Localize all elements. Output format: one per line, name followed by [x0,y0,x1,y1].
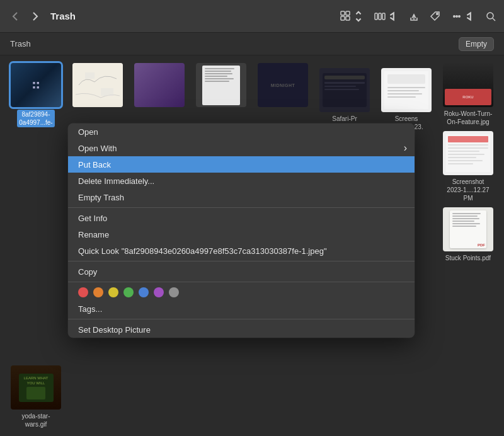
svg-rect-31 [448,144,488,146]
svg-rect-30 [448,136,488,142]
breadcrumb-label: Trash [10,39,459,49]
svg-point-11 [459,15,460,16]
file-item-roku[interactable]: ROKU Roku-Wont-Turn-On-Feature.jpg [440,63,496,126]
file-label-roku: Roku-Wont-Turn-On-Feature.jpg [444,110,493,126]
file-item-screenshot2[interactable]: Screenshot2023-1....12.27 PM [440,131,496,202]
file-thumb-doc1 [196,63,246,107]
svg-point-9 [454,15,455,16]
svg-rect-27 [387,93,422,95]
color-dot-red[interactable] [78,287,88,297]
file-item-safari[interactable]: Safari-PrCreate-Ma [316,68,373,131]
context-menu-tags[interactable]: Tags... [68,301,415,317]
file-thumb-map [72,63,123,107]
svg-rect-2 [341,16,345,20]
svg-rect-34 [448,154,484,155]
color-dot-blue[interactable] [139,287,149,297]
search-icon[interactable] [485,11,496,22]
svg-point-12 [487,13,493,19]
svg-rect-5 [379,13,381,20]
file-item-map[interactable] [69,63,126,131]
forward-button[interactable] [28,9,43,24]
svg-point-8 [437,13,438,14]
file-item-pdf[interactable]: PDF Stuck Points.pdf [440,207,496,262]
context-menu-open-with[interactable]: Open With [68,140,415,156]
svg-rect-22 [324,89,359,90]
context-menu-copy[interactable]: Copy [68,263,415,280]
svg-rect-28 [387,96,416,98]
file-item-yoda[interactable]: LEARN WHATYOU WILL yoda-star-wars.gif [8,365,64,428]
context-menu-empty-trash[interactable]: Empty Trash [68,189,415,205]
svg-rect-26 [387,90,419,91]
file-item-purple[interactable] [131,63,188,131]
file-thumb-purple [134,63,185,107]
empty-trash-button[interactable]: Empty [459,37,494,51]
context-menu-put-back[interactable]: Put Back [68,156,415,173]
svg-rect-15 [85,72,94,79]
svg-rect-21 [324,86,356,87]
file-thumb-pdf: PDF [443,207,493,251]
svg-rect-16 [101,88,113,96]
breadcrumb-bar: Trash Empty [0,33,504,55]
content-area: ■ ■■ ■ 8af29894-0a4997...fe- [0,55,504,436]
more-icon[interactable] [451,11,475,22]
right-files-panel: ROKU Roku-Wont-Turn-On-Feature.jpg [440,63,496,262]
menu-separator-3 [68,282,415,282]
window-title: Trash [50,11,335,21]
color-dot-purple[interactable] [154,287,164,297]
svg-rect-36 [448,160,483,161]
svg-rect-4 [375,13,377,20]
file-thumb-yoda: LEARN WHATYOU WILL [11,365,61,410]
color-dot-orange[interactable] [93,287,103,297]
color-dot-yellow[interactable] [108,287,118,297]
file-label-pdf: Stuck Points.pdf [445,254,491,262]
context-menu-open[interactable]: Open [68,123,415,140]
svg-rect-3 [346,16,350,20]
svg-rect-6 [382,13,385,20]
context-menu-delete-immediately[interactable]: Delete Immediately... [68,173,415,189]
svg-rect-1 [346,11,350,15]
context-menu-rename[interactable]: Rename [68,226,415,243]
tag-icon[interactable] [430,11,441,22]
file-label-screenshot2: Screenshot2023-1....12.27 PM [442,178,495,202]
svg-point-10 [456,15,457,16]
svg-rect-32 [448,147,488,149]
file-thumb-screenshot2 [443,131,493,175]
color-dot-green[interactable] [123,287,134,297]
menu-separator-4 [68,319,415,319]
file-label-yoda: yoda-star-wars.gif [21,412,50,428]
svg-rect-25 [387,87,425,88]
context-menu: Open Open With Put Back Delete Immediate… [68,123,415,338]
columns-view-icon[interactable] [374,11,398,22]
file-item-doc1[interactable] [193,63,249,131]
svg-rect-14 [72,63,123,107]
file-item-midnight[interactable]: MIDNIGHT [255,63,311,131]
svg-rect-37 [448,163,473,164]
file-thumb-screenshot1 [381,68,432,112]
menu-separator-1 [68,207,415,208]
context-menu-quick-look[interactable]: Quick Look "8af2908943e0260a4997e8f53c7c… [68,243,415,259]
back-button[interactable] [8,9,23,24]
svg-rect-24 [387,74,425,84]
toolbar-icons [340,11,496,22]
file-thumb-roku: ROKU [443,63,493,107]
svg-rect-20 [324,82,365,84]
file-item-screenshot1[interactable]: Screens2023-1...23. [378,68,435,131]
share-icon[interactable] [408,11,420,22]
file-label-bluescr: 8af29894-0a4997...fe- [17,110,54,127]
titlebar: Trash [0,0,504,33]
svg-rect-19 [324,76,365,79]
color-dot-gray[interactable] [169,287,179,297]
svg-rect-35 [448,157,476,158]
svg-rect-0 [341,11,345,15]
file-thumb-bluescr: ■ ■■ ■ [11,63,61,107]
menu-separator-2 [68,261,415,261]
svg-rect-33 [448,151,479,152]
file-item-bluescr[interactable]: ■ ■■ ■ 8af29894-0a4997...fe- [8,63,64,131]
context-menu-get-info[interactable]: Get Info [68,210,415,226]
svg-line-13 [493,18,495,21]
file-thumb-safari [319,68,370,112]
context-menu-color-dots [68,284,415,301]
context-menu-set-desktop[interactable]: Set Desktop Picture [68,321,415,338]
file-thumb-midnight: MIDNIGHT [258,63,308,107]
grid-view-icon[interactable] [340,11,364,22]
